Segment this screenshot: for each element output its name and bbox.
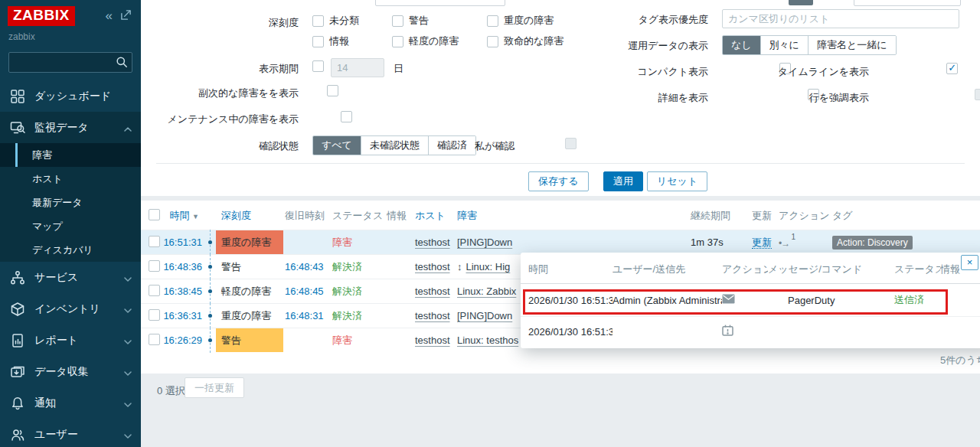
- partial-input-above: [375, 0, 505, 6]
- tag-priority-input[interactable]: [722, 9, 959, 28]
- recovery-time-link[interactable]: 16:48:43: [283, 255, 331, 279]
- severity-checkbox-warning[interactable]: 警告: [392, 14, 429, 28]
- checkbox[interactable]: [487, 15, 498, 27]
- opdata-option-none[interactable]: なし: [723, 36, 760, 54]
- status-cell[interactable]: 解決済: [332, 261, 362, 272]
- action-indicator-icon[interactable]: 1•→: [779, 233, 797, 249]
- sidebar-item-dashboard[interactable]: ダッシュボード: [0, 80, 141, 112]
- reset-button[interactable]: リセット: [647, 171, 707, 191]
- opdata-option-with-problem-name[interactable]: 障害名と一緒に: [808, 36, 896, 54]
- severity-checkbox-information[interactable]: 情報: [312, 34, 349, 48]
- popup-header-row: 時間 ユーザー/送信先 アクション メッセージ/コマンド ステータス 情報: [521, 253, 980, 284]
- problem-link[interactable]: Linux: Zabbix: [457, 285, 516, 297]
- host-link[interactable]: testhost: [415, 334, 450, 346]
- column-header-host[interactable]: ホスト: [413, 202, 456, 230]
- severity-checkbox-not-classified[interactable]: 未分類: [312, 14, 359, 28]
- row-checkbox[interactable]: [149, 285, 160, 296]
- ack-option-all[interactable]: すべて: [313, 136, 361, 155]
- severity-label: 深刻度: [141, 16, 299, 30]
- show-secondary-checkbox[interactable]: [327, 85, 338, 96]
- sidebar-item-users[interactable]: ユーザー: [0, 419, 141, 447]
- problem-time-link[interactable]: 16:26:29: [159, 328, 204, 353]
- recovery-time-link[interactable]: 16:48:45: [283, 279, 331, 304]
- table-header-row: 時間 ▼ 深刻度 復旧時刻 ステータス 情報 ホスト 障害 継続期間 更新 アク…: [141, 202, 980, 230]
- status-cell[interactable]: 障害: [332, 334, 352, 346]
- show-timeline-checkbox[interactable]: [946, 63, 958, 74]
- popup-header-action: アクション: [722, 263, 768, 276]
- severity-cell: 軽度の障害: [216, 279, 283, 303]
- host-link[interactable]: testhost: [415, 237, 450, 248]
- problem-time-link[interactable]: 16:38:45: [159, 279, 204, 304]
- sidebar-subitem-hosts[interactable]: ホスト: [0, 167, 141, 191]
- sidebar-search-input[interactable]: [8, 52, 132, 73]
- checkbox[interactable]: [312, 15, 324, 27]
- opdata-option-separately[interactable]: 別々に: [760, 36, 808, 54]
- row-checkbox[interactable]: [149, 309, 160, 321]
- host-link[interactable]: testhost: [415, 285, 450, 297]
- update-link[interactable]: 更新: [752, 237, 772, 249]
- row-checkbox[interactable]: [149, 334, 160, 345]
- sidebar-subitem-latest-data[interactable]: 最新データ: [0, 191, 141, 214]
- sidebar-item-monitoring[interactable]: 監視データ: [0, 112, 141, 143]
- sidebar-item-data-collection[interactable]: データ収集: [0, 356, 141, 387]
- problem-link[interactable]: Linux: Hig: [466, 261, 511, 272]
- show-period-checkbox[interactable]: [312, 60, 324, 72]
- sidebar-item-label: サービス: [34, 271, 78, 285]
- checkbox[interactable]: [392, 15, 403, 27]
- show-maintenance-checkbox[interactable]: [341, 111, 352, 122]
- severity-checkbox-high[interactable]: 重度の障害: [487, 14, 554, 28]
- status-cell[interactable]: 解決済: [332, 310, 362, 321]
- column-header-problem[interactable]: 障害: [456, 202, 689, 230]
- sidebar-item-reports[interactable]: レポート: [0, 325, 141, 356]
- checkbox[interactable]: [392, 36, 403, 47]
- table-row: 16:51:31 重度の障害 障害 testhost [PING]Down 1m…: [141, 230, 980, 255]
- zabbix-logo[interactable]: ZABBIX: [8, 6, 75, 26]
- close-icon[interactable]: ×: [961, 255, 978, 270]
- popup-header-status: ステータス: [894, 263, 940, 276]
- problem-link[interactable]: [PING]Down: [457, 237, 512, 248]
- sidebar-item-label: ユーザー: [34, 428, 78, 442]
- save-button[interactable]: 保存する: [528, 171, 589, 191]
- collapse-sidebar-icon[interactable]: «: [106, 11, 113, 21]
- show-period-input[interactable]: [331, 58, 384, 77]
- data-collection-icon: [10, 364, 25, 380]
- sidebar-item-inventory[interactable]: インベントリ: [0, 293, 141, 325]
- severity-cell: 重度の障害: [216, 304, 283, 328]
- problem-time-link[interactable]: 16:51:31: [159, 230, 204, 255]
- sidebar-item-services[interactable]: サービス: [0, 262, 141, 293]
- popup-user: Admin (Zabbix Administrator): [612, 295, 722, 306]
- column-header-recovery: 復旧時刻: [283, 202, 331, 230]
- status-cell[interactable]: 障害: [332, 237, 352, 248]
- timeline-dot-icon: [208, 338, 212, 342]
- search-icon[interactable]: [116, 56, 128, 70]
- column-header-time[interactable]: 時間 ▼: [159, 202, 204, 230]
- show-details-label: 詳細を表示: [550, 91, 708, 105]
- select-all-checkbox[interactable]: [149, 209, 160, 220]
- column-header-severity[interactable]: 深刻度: [216, 202, 283, 230]
- problem-time-link[interactable]: 16:48:36: [159, 255, 204, 279]
- host-link[interactable]: testhost: [415, 261, 450, 272]
- host-link[interactable]: testhost: [415, 310, 450, 321]
- row-checkbox[interactable]: [149, 260, 160, 272]
- checkbox[interactable]: [487, 36, 498, 47]
- sidebar-subitem-discovery[interactable]: ディスカバリ: [0, 238, 141, 262]
- undock-icon[interactable]: [120, 9, 132, 23]
- sidebar-subitem-problems[interactable]: 障害: [0, 143, 141, 167]
- checkbox[interactable]: [312, 36, 324, 47]
- ack-option-unacknowledged[interactable]: 未確認状態: [361, 136, 428, 155]
- severity-checkbox-average[interactable]: 軽度の障害: [392, 34, 459, 48]
- row-checkbox[interactable]: [149, 236, 160, 247]
- tag-badge[interactable]: Action: Discovery: [832, 236, 913, 250]
- partial-segment-above: [789, 0, 813, 5]
- apply-button[interactable]: 適用: [603, 171, 643, 191]
- status-cell[interactable]: 解決済: [332, 285, 362, 297]
- problem-link[interactable]: Linux: testhos: [457, 334, 518, 346]
- sidebar-item-alerts[interactable]: 通知: [0, 387, 141, 419]
- problem-link[interactable]: [PING]Down: [457, 310, 512, 321]
- sidebar-item-label: 通知: [34, 396, 56, 410]
- ack-option-acknowledged[interactable]: 確認済: [428, 136, 475, 155]
- recovery-time-link[interactable]: 16:48:31: [283, 304, 331, 328]
- problem-time-link[interactable]: 16:36:31: [159, 304, 204, 328]
- popup-time: 2026/01/30 16:51:31: [528, 326, 612, 338]
- sidebar-subitem-maps[interactable]: マップ: [0, 214, 141, 238]
